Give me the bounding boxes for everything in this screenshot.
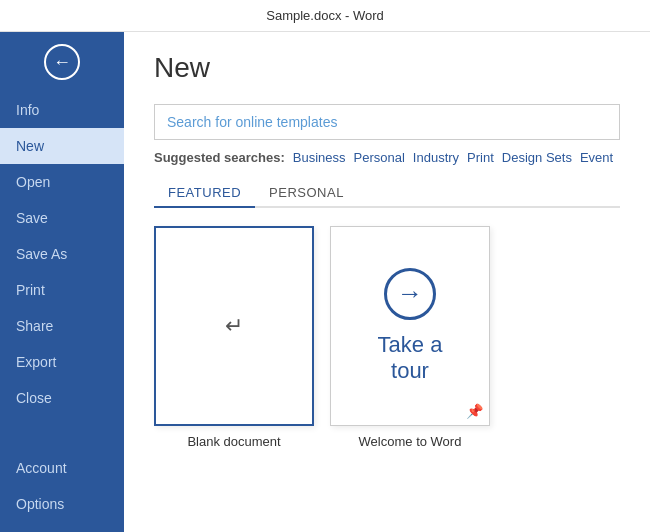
sidebar-item-share[interactable]: Share <box>0 308 124 344</box>
sidebar-item-close[interactable]: Close <box>0 380 124 416</box>
sidebar-item-new[interactable]: New <box>0 128 124 164</box>
sidebar-item-account[interactable]: Account <box>0 450 124 486</box>
sidebar-item-export[interactable]: Export <box>0 344 124 380</box>
sidebar-item-print-label: Print <box>16 282 45 298</box>
sidebar-item-info[interactable]: Info <box>0 92 124 128</box>
suggested-searches: Suggested searches: Business Personal In… <box>154 150 620 165</box>
page-title: New <box>154 52 620 84</box>
sidebar-item-open[interactable]: Open <box>0 164 124 200</box>
sidebar-bottom: Account Options <box>0 450 124 532</box>
tab-personal[interactable]: PERSONAL <box>255 179 358 206</box>
sidebar-item-new-label: New <box>16 138 44 154</box>
sidebar-item-options[interactable]: Options <box>0 486 124 522</box>
tour-label: Welcome to Word <box>359 434 462 449</box>
suggested-link-design-sets[interactable]: Design Sets <box>502 150 572 165</box>
suggested-label: Suggested searches: <box>154 150 285 165</box>
blank-document-thumb[interactable]: ↵ <box>154 226 314 426</box>
sidebar-item-export-label: Export <box>16 354 56 370</box>
tour-thumb[interactable]: → Take atour 📌 <box>330 226 490 426</box>
templates-grid: ↵ Blank document → Take atour 📌 Welcome … <box>154 226 620 449</box>
tabs: FEATURED PERSONAL <box>154 179 620 208</box>
title-bar: Sample.docx - Word <box>0 0 650 32</box>
suggested-link-event[interactable]: Event <box>580 150 613 165</box>
blank-document-label: Blank document <box>187 434 280 449</box>
sidebar: ← Info New Open Save Save As Print Share… <box>0 32 124 532</box>
main-content: New Suggested searches: Business Persona… <box>124 32 650 532</box>
template-card-tour[interactable]: → Take atour 📌 Welcome to Word <box>330 226 490 449</box>
sidebar-item-open-label: Open <box>16 174 50 190</box>
back-circle-icon[interactable]: ← <box>44 44 80 80</box>
sidebar-item-close-label: Close <box>16 390 52 406</box>
title-bar-text: Sample.docx - Word <box>266 8 384 23</box>
sidebar-item-share-label: Share <box>16 318 53 334</box>
search-input[interactable] <box>154 104 620 140</box>
tour-text: Take atour <box>378 332 443 385</box>
pin-icon: 📌 <box>466 403 483 419</box>
sidebar-item-save[interactable]: Save <box>0 200 124 236</box>
sidebar-item-save-label: Save <box>16 210 48 226</box>
template-card-blank[interactable]: ↵ Blank document <box>154 226 314 449</box>
tab-featured[interactable]: FEATURED <box>154 179 255 208</box>
suggested-link-business[interactable]: Business <box>293 150 346 165</box>
sidebar-item-save-as[interactable]: Save As <box>0 236 124 272</box>
suggested-link-industry[interactable]: Industry <box>413 150 459 165</box>
sidebar-item-options-label: Options <box>16 496 64 512</box>
tour-arrow-icon: → <box>384 268 436 320</box>
sidebar-item-account-label: Account <box>16 460 67 476</box>
sidebar-item-save-as-label: Save As <box>16 246 67 262</box>
sidebar-item-info-label: Info <box>16 102 39 118</box>
sidebar-item-print[interactable]: Print <box>0 272 124 308</box>
sidebar-spacer <box>0 416 124 450</box>
suggested-link-print[interactable]: Print <box>467 150 494 165</box>
suggested-link-personal[interactable]: Personal <box>354 150 405 165</box>
cursor-icon: ↵ <box>225 313 243 339</box>
back-button[interactable]: ← <box>0 32 124 92</box>
